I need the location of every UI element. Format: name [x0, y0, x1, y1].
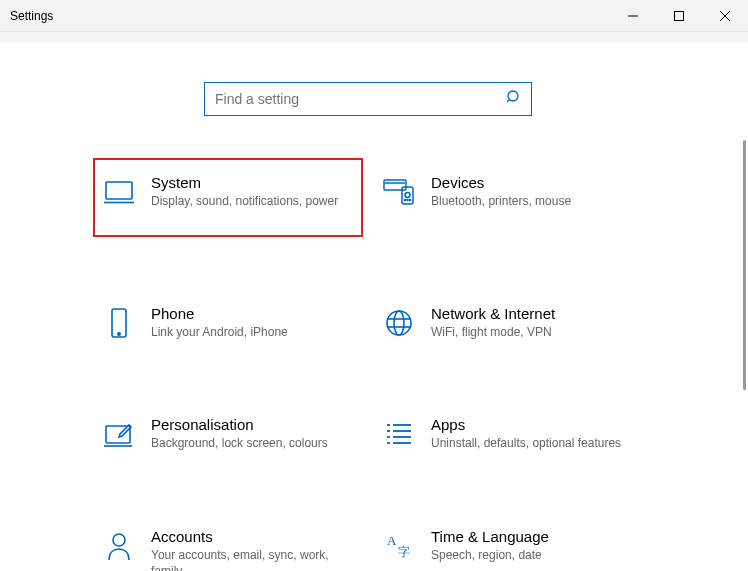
phone-icon [103, 307, 135, 339]
svg-point-12 [404, 199, 405, 200]
settings-grid: System Display, sound, notifications, po… [93, 166, 643, 571]
tile-title: Phone [151, 305, 288, 322]
tile-title: Devices [431, 174, 571, 191]
svg-point-14 [409, 199, 410, 200]
time-language-icon: A 字 [383, 530, 415, 562]
tile-time[interactable]: A 字 Time & Language Speech, region, date [373, 520, 643, 571]
tile-apps[interactable]: Apps Uninstall, defaults, optional featu… [373, 408, 643, 459]
tile-title: Accounts [151, 528, 353, 545]
devices-icon [383, 176, 415, 208]
search-box [204, 82, 532, 116]
close-button[interactable] [702, 0, 748, 31]
system-icon [103, 176, 135, 208]
tile-system[interactable]: System Display, sound, notifications, po… [93, 158, 363, 237]
tile-personalisation[interactable]: Personalisation Background, lock screen,… [93, 408, 363, 459]
tile-title: Network & Internet [431, 305, 555, 322]
scrollbar[interactable] [743, 140, 746, 390]
tile-desc: WiFi, flight mode, VPN [431, 324, 555, 340]
svg-text:字: 字 [398, 545, 410, 559]
accounts-icon [103, 530, 135, 562]
window-title: Settings [10, 9, 53, 23]
tile-devices[interactable]: Devices Bluetooth, printers, mouse [373, 166, 643, 237]
window-controls [610, 0, 748, 31]
svg-point-16 [118, 333, 120, 335]
tile-accounts[interactable]: Accounts Your accounts, email, sync, wor… [93, 520, 363, 571]
svg-rect-1 [675, 11, 684, 20]
tile-desc: Your accounts, email, sync, work, family [151, 547, 353, 571]
search-input[interactable] [204, 82, 532, 116]
personalisation-icon [103, 418, 135, 450]
tile-title: Apps [431, 416, 621, 433]
content: System Display, sound, notifications, po… [0, 42, 736, 571]
apps-icon [383, 418, 415, 450]
tile-desc: Speech, region, date [431, 547, 549, 563]
tile-desc: Background, lock screen, colours [151, 435, 328, 451]
titlebar: Settings [0, 0, 748, 32]
svg-point-13 [407, 199, 408, 200]
tile-desc: Link your Android, iPhone [151, 324, 288, 340]
svg-point-11 [405, 193, 410, 198]
minimize-button[interactable] [610, 0, 656, 31]
svg-point-31 [113, 534, 125, 546]
svg-point-18 [394, 311, 404, 335]
tile-phone[interactable]: Phone Link your Android, iPhone [93, 297, 363, 348]
tile-desc: Uninstall, defaults, optional features [431, 435, 621, 451]
svg-rect-6 [106, 182, 132, 199]
tile-title: Personalisation [151, 416, 328, 433]
tile-title: System [151, 174, 338, 191]
tile-desc: Display, sound, notifications, power [151, 193, 338, 209]
svg-point-17 [387, 311, 411, 335]
maximize-button[interactable] [656, 0, 702, 31]
network-icon [383, 307, 415, 339]
tile-desc: Bluetooth, printers, mouse [431, 193, 571, 209]
tile-network[interactable]: Network & Internet WiFi, flight mode, VP… [373, 297, 643, 348]
tile-title: Time & Language [431, 528, 549, 545]
svg-text:A: A [387, 533, 397, 548]
